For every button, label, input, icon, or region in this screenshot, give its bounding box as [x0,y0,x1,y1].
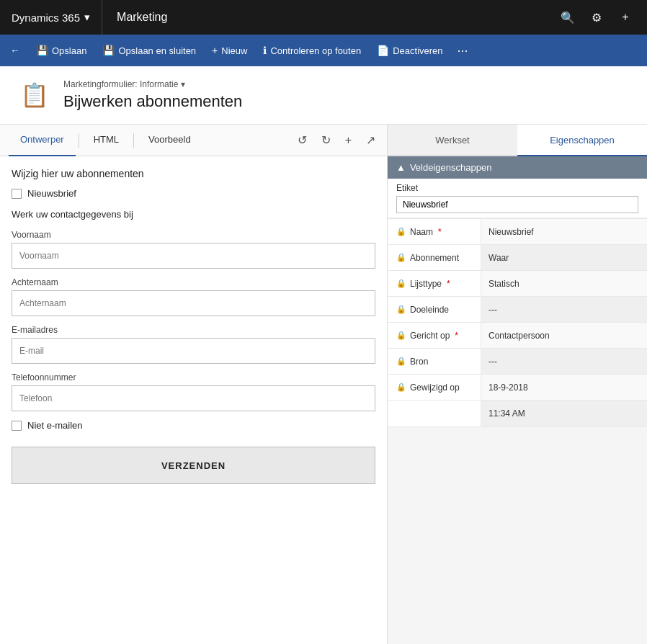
input-voornaam[interactable] [12,243,375,269]
new-icon: + [212,45,218,56]
input-achternaam[interactable] [12,290,375,316]
section-header: ▲ Veldeigenschappen [388,156,647,179]
prop-doeleinde: 🔒 Doeleinde --- [388,297,647,323]
brand-chevron: ▾ [84,11,90,24]
prop-abonnement-value: Waar [481,245,647,270]
label-gericht-op: Gericht op [410,331,450,341]
checkbox-nieuwsbrief-row: Nieuwsbrief [12,188,375,199]
required-gericht-op: * [455,331,458,341]
prop-bron-value: --- [481,349,647,374]
tab-werkset[interactable]: Werkset [388,125,517,156]
field-achternaam: Achternaam [12,277,375,316]
prop-bron-label: 🔒 Bron [388,349,481,374]
prop-abonnement-label: 🔒 Abonnement [388,245,481,270]
prop-naam-value: Nieuwsbrief [481,219,647,244]
back-button[interactable]: ← [3,37,27,63]
deactivate-button[interactable]: 📄 Deactiveren [370,37,450,63]
prop-lijsttype: 🔒 Lijsttype * Statisch [388,271,647,297]
tab-eigenschappen[interactable]: Eigenschappen [517,125,647,156]
field-voornaam: Voornaam [12,230,375,269]
prop-gewijzigd-op-label: 🔒 Gewijzigd op [388,375,481,400]
lock-icon-abonnement: 🔒 [396,253,406,262]
form-title: Wijzig hier uw abonnementen [12,168,375,179]
designer-toolbar: ↺ ↻ + ↗ [295,130,378,150]
breadcrumb-chevron: ▾ [181,79,185,89]
lock-icon-naam: 🔒 [396,227,406,236]
field-telefoon: Telefoonnummer [12,372,375,411]
prop-lijsttype-label: 🔒 Lijsttype * [388,271,481,296]
section-arrow: ▲ [396,162,406,173]
save-close-icon: 💾 [102,45,115,56]
check-errors-button[interactable]: ℹ Controleren op fouten [256,37,368,63]
properties-content: ▲ Veldeigenschappen Etiket 🔒 Naam * Nieu… [388,156,647,644]
prop-gericht-op-value: Contactpersoon [481,323,647,348]
designer-tabs: Ontwerper HTML Voorbeeld ↺ ↻ + ↗ [0,125,387,156]
etiket-label: Etiket [396,183,638,193]
prop-gewijzigd-op-date: 18-9-2018 [481,375,647,400]
prop-gewijzigd-op-date-row: 🔒 Gewijzigd op 18-9-2018 [388,375,647,401]
prop-doeleinde-label: 🔒 Doeleinde [388,297,481,322]
expand-button[interactable]: ↗ [363,130,378,150]
tab-divider-1 [79,133,79,148]
etiket-input[interactable] [396,196,638,213]
save-close-button[interactable]: 💾 Opslaan en sluiten [95,37,203,63]
label-naam: Naam [410,227,433,237]
top-navigation: Dynamics 365 ▾ Marketing 🔍 ⚙ + [0,0,647,35]
breadcrumb[interactable]: Marketingformulier: Informatie ▾ [63,79,242,89]
save-label: Opslaan [52,45,86,56]
label-lijsttype: Lijsttype [410,279,442,289]
prop-naam-label: 🔒 Naam * [388,219,481,244]
lock-icon-bron: 🔒 [396,357,406,366]
required-lijsttype: * [447,279,450,289]
add-icon[interactable]: + [612,4,638,30]
brand-area[interactable]: Dynamics 365 ▾ [0,0,102,35]
search-icon[interactable]: 🔍 [555,4,581,30]
page-icon: 📋 [17,78,52,112]
main-content: Ontwerper HTML Voorbeeld ↺ ↻ + ↗ Wijzig … [0,125,647,644]
tab-html[interactable]: HTML [82,125,130,156]
checkbox-nietemail-label: Niet e-mailen [27,420,83,431]
checkbox-nieuwsbrief-label: Nieuwsbrief [27,188,76,199]
new-button[interactable]: + Nieuw [205,37,254,63]
lock-icon-gericht-op: 🔒 [396,331,406,340]
page-header: 📋 Marketingformulier: Informatie ▾ Bijwe… [0,66,647,125]
prop-gewijzigd-op-time: 11:34 AM [481,401,647,426]
field-email: E-mailadres [12,325,375,364]
label-abonnement: Abonnement [410,253,459,263]
prop-gewijzigd-op-label2 [388,401,481,426]
settings-icon[interactable]: ⚙ [584,4,610,30]
prop-gericht-op-label: 🔒 Gericht op * [388,323,481,348]
prop-abonnement: 🔒 Abonnement Waar [388,245,647,271]
label-telefoon: Telefoonnummer [12,372,375,383]
prop-gewijzigd-op: 🔒 Gewijzigd op 18-9-2018 11:34 AM [388,375,647,427]
more-button[interactable]: ··· [452,37,474,63]
checkbox-nietemail[interactable] [12,421,22,431]
checkbox-nieuwsbrief[interactable] [12,189,22,199]
label-voornaam: Voornaam [12,230,375,240]
undo-button[interactable]: ↺ [295,130,310,150]
input-telefoon[interactable] [12,385,375,411]
add-element-button[interactable]: + [342,131,354,150]
new-label: Nieuw [221,45,247,56]
input-email[interactable] [12,338,375,364]
back-icon: ← [10,45,20,56]
prop-bron: 🔒 Bron --- [388,349,647,375]
submit-button[interactable]: VERZENDEN [12,447,375,484]
check-label: Controleren op fouten [270,45,361,56]
tab-divider-2 [133,133,134,148]
form-canvas: Wijzig hier uw abonnementen Nieuwsbrief … [0,156,387,644]
lock-icon-doeleinde: 🔒 [396,305,406,314]
required-naam: * [438,227,442,237]
prop-doeleinde-value: --- [481,297,647,322]
deactivate-label: Deactiveren [393,45,442,56]
tab-voorbeeld[interactable]: Voorbeeld [137,125,202,156]
redo-button[interactable]: ↻ [318,130,334,150]
designer-area: Ontwerper HTML Voorbeeld ↺ ↻ + ↗ Wijzig … [0,125,388,644]
prop-etiket-label-row: Etiket [388,179,647,219]
page-header-text: Marketingformulier: Informatie ▾ Bijwerk… [63,79,242,111]
tab-ontwerper[interactable]: Ontwerper [9,125,76,156]
prop-gewijzigd-op-time-row: 11:34 AM [388,401,647,426]
label-bron: Bron [410,357,428,367]
lock-icon-gewijzigd: 🔒 [396,383,406,392]
save-button[interactable]: 💾 Opslaan [29,37,94,63]
